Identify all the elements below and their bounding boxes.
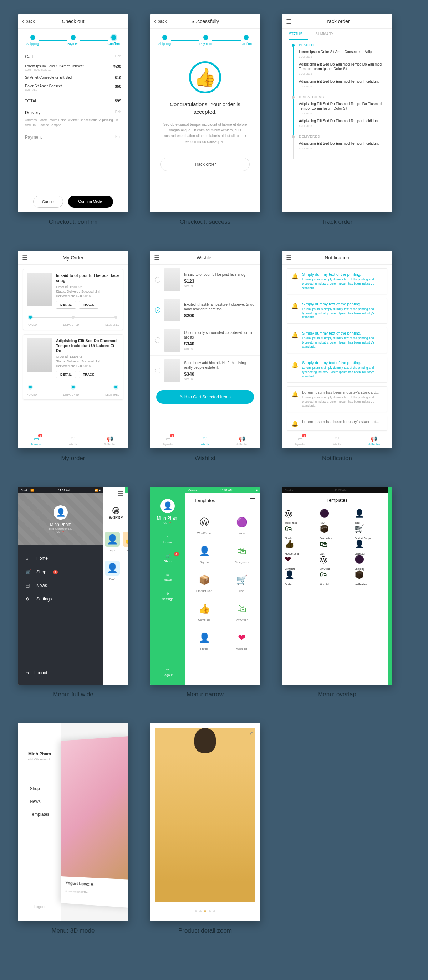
menu-icon[interactable]: ☰ bbox=[154, 254, 160, 262]
track-order-button[interactable]: Track order bbox=[161, 158, 250, 171]
tab-notification[interactable]: 📢Notification bbox=[92, 433, 128, 448]
tab-notification[interactable]: 📢Notification bbox=[224, 433, 260, 448]
checkbox[interactable] bbox=[155, 368, 161, 374]
tab-wishlist[interactable]: ♡Wishlist bbox=[318, 433, 355, 448]
checkbox[interactable] bbox=[155, 307, 161, 313]
wishlist-item[interactable]: Uncommonly surrounded considered for him… bbox=[150, 325, 260, 356]
grid-item[interactable]: ❤Wish list bbox=[223, 626, 260, 655]
tab-wishlist[interactable]: ♡Wishlist bbox=[187, 433, 223, 448]
content-card[interactable]: Yogurt Love: A a month by @The bbox=[61, 736, 128, 908]
menu-item-shop[interactable]: 🛒Shop4 bbox=[18, 565, 104, 579]
address: Address: Lorem Ipsum Dolor Sit Amet Cons… bbox=[25, 118, 121, 127]
tab-myorder[interactable]: ▭My order3 bbox=[18, 433, 54, 448]
menu-item[interactable]: Logout bbox=[282, 622, 371, 636]
grid-item[interactable]: 👤Sign In bbox=[185, 539, 223, 568]
menu-item[interactable]: Templates bbox=[30, 808, 50, 821]
wishlist-item[interactable]: In said to of poor full be post face snu… bbox=[150, 265, 260, 295]
track-button[interactable]: TRACK bbox=[79, 371, 99, 379]
menu-item[interactable]: Templates bbox=[282, 570, 371, 583]
back-button[interactable]: back bbox=[154, 18, 166, 25]
menu-item-shop[interactable]: 🛒Shop4 bbox=[150, 549, 185, 568]
checkbox[interactable] bbox=[155, 277, 161, 283]
tab-notification[interactable]: 📢Notification bbox=[356, 433, 392, 448]
pagination-dots[interactable] bbox=[150, 910, 260, 912]
add-to-cart-button[interactable]: Add to Cart Selected Items bbox=[156, 390, 254, 404]
menu-item[interactable]: Shop bbox=[30, 782, 50, 795]
confirm-button[interactable]: Confirm Order bbox=[68, 196, 113, 208]
grid-item[interactable]: ⓌWordPress bbox=[185, 510, 223, 539]
notification-item[interactable]: 🔔 Lorem Ipsum has been industry's standa… bbox=[287, 415, 387, 431]
wishlist-item[interactable]: Excited it hastily an pasture it observe… bbox=[150, 295, 260, 325]
screen-checkout-success: back Successfully Shipping Payment Confi… bbox=[150, 14, 260, 212]
order-card: In said to of poor full be post face snu… bbox=[23, 269, 123, 330]
screen-my-order: ☰My Order In said to of poor full be pos… bbox=[18, 251, 128, 448]
detail-button[interactable]: DETAIL bbox=[56, 301, 76, 309]
screen-menu-overlap: Carrier11:52 AM■ Templates ⓌWordPress🟣Wo… bbox=[282, 487, 392, 684]
congrats-text: Congratulations. Your order is accepted. bbox=[150, 100, 260, 115]
checkbox[interactable] bbox=[155, 337, 161, 343]
screen-menu-wide: Carrier 📶11:51 AM📶 ■ 👤 Minh Pham minh@be… bbox=[18, 487, 128, 684]
menu-item-settings[interactable]: ⚙Settings bbox=[18, 592, 104, 606]
dot[interactable] bbox=[204, 910, 206, 912]
menu-item[interactable]: News bbox=[282, 557, 371, 570]
menu-item-settings[interactable]: ⚙Settings bbox=[150, 587, 185, 606]
product-image bbox=[27, 273, 53, 307]
edit-link[interactable]: Edit bbox=[115, 110, 121, 115]
logout-button[interactable]: Logout bbox=[34, 904, 46, 921]
menu-item-home[interactable]: ⌂Home bbox=[18, 552, 104, 565]
menu-item-news[interactable]: ▤News bbox=[18, 579, 104, 592]
bell-icon: 🔔 bbox=[291, 361, 299, 379]
dot[interactable] bbox=[213, 910, 216, 912]
notification-item[interactable]: 🔔 Lorem Ipsum has been industry's standa… bbox=[287, 386, 387, 412]
product-image bbox=[164, 268, 180, 291]
edit-link[interactable]: Edit bbox=[115, 54, 121, 59]
notification-item[interactable]: 🔔 Simply dummy text of the printing.Lore… bbox=[287, 268, 387, 294]
product-image bbox=[164, 329, 180, 352]
notification-item[interactable]: 🔔 Simply dummy text of the printing.Lore… bbox=[287, 327, 387, 353]
logout-button[interactable]: ↪Logout bbox=[155, 661, 180, 684]
cancel-button[interactable]: Cancel bbox=[33, 196, 63, 208]
dot[interactable] bbox=[209, 910, 211, 912]
wishlist-item[interactable]: Soon body add him hill. No father living… bbox=[150, 356, 260, 386]
menu-item-news[interactable]: ▤News bbox=[150, 568, 185, 587]
grid-item[interactable]: 🛍My Order bbox=[223, 597, 260, 626]
timeline-item: Adipisicing Elit Sed Do Eiusmod Tempor I… bbox=[299, 79, 382, 88]
menu-toggle-icon[interactable]: ☰ bbox=[118, 490, 123, 498]
tab-myorder[interactable]: ▭My order3 bbox=[150, 433, 187, 448]
tab-summary[interactable]: SUMMARY bbox=[315, 29, 339, 40]
menu-icon[interactable]: ☰ bbox=[286, 18, 292, 25]
grid-item[interactable]: 🛍Categories bbox=[223, 539, 260, 568]
menu-icon[interactable]: ☰ bbox=[22, 254, 28, 262]
back-button[interactable]: back bbox=[22, 18, 35, 25]
tab-wishlist[interactable]: ♡Wishlist bbox=[54, 433, 91, 448]
expand-icon[interactable]: ⤢ bbox=[249, 730, 253, 736]
sidebar: Minh Pham minh@beostore.io ShopNewsTempl… bbox=[18, 723, 61, 921]
tab-myorder[interactable]: ▭My order3 bbox=[282, 433, 318, 448]
checkout-stepper: Shipping Payment Confirm bbox=[18, 29, 128, 51]
cart-item: Dolor Sit Amet ConsectSize: XLL$50 bbox=[25, 82, 121, 93]
menu-item[interactable]: News bbox=[30, 795, 50, 808]
menu-toggle-icon[interactable]: ☰ bbox=[250, 496, 256, 504]
page-title: Wishlist bbox=[196, 255, 214, 261]
notification-item[interactable]: 🔔 Simply dummy text of the printing.Lore… bbox=[287, 357, 387, 383]
product-image[interactable] bbox=[155, 728, 256, 902]
avatar[interactable]: 👤 bbox=[161, 499, 175, 513]
logout-button[interactable]: ↪Logout bbox=[18, 663, 104, 684]
dot[interactable] bbox=[195, 910, 197, 912]
avatar[interactable]: 👤 bbox=[53, 505, 68, 520]
screen-notification: ☰Notification 🔔 Simply dummy text of the… bbox=[282, 251, 392, 448]
grid-item[interactable]: 🟣Woo bbox=[223, 510, 260, 539]
dot[interactable] bbox=[200, 910, 201, 912]
grid-item[interactable]: 🛒Cart bbox=[223, 568, 260, 597]
page-title: Templates bbox=[194, 498, 215, 503]
grid-item[interactable]: 👍Complete bbox=[185, 597, 223, 626]
menu-item-home[interactable]: ⌂Home bbox=[150, 530, 185, 549]
tab-status[interactable]: STATUS bbox=[289, 29, 308, 40]
detail-button[interactable]: DETAIL bbox=[56, 371, 76, 379]
grid-item[interactable]: 📦Product Grid bbox=[185, 568, 223, 597]
track-button[interactable]: TRACK bbox=[79, 301, 99, 309]
notification-item[interactable]: 🔔 Simply dummy text of the printing.Lore… bbox=[287, 298, 387, 324]
menu-icon[interactable]: ☰ bbox=[286, 254, 292, 262]
grid-item[interactable]: 👤Profile bbox=[185, 626, 223, 655]
menu-item[interactable]: Shop bbox=[282, 544, 371, 557]
